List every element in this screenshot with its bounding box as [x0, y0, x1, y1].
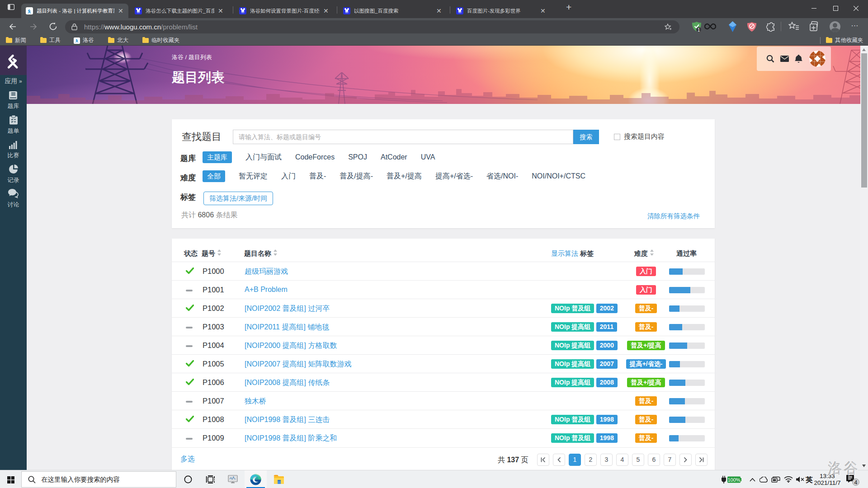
svg-text:100%: 100%: [727, 477, 740, 483]
svg-text:4: 4: [854, 479, 858, 486]
svg-text:1: 1: [698, 28, 700, 33]
